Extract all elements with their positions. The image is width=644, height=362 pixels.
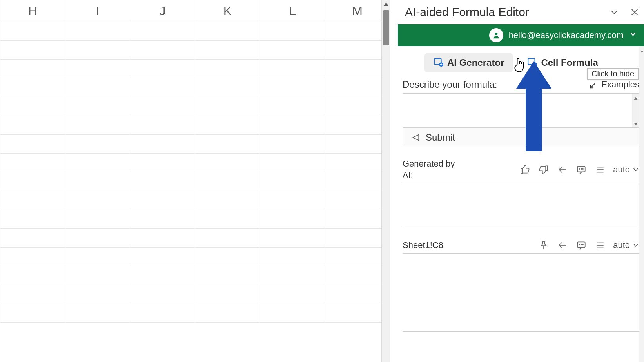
grid-cell[interactable] [0, 60, 65, 78]
examples-link[interactable]: Examples [590, 80, 639, 90]
grid-cell[interactable] [195, 41, 260, 59]
grid-cell[interactable] [260, 41, 325, 59]
grid-cell[interactable] [130, 248, 195, 266]
grid-cell[interactable] [65, 210, 131, 228]
grid-cell[interactable] [325, 210, 390, 228]
thumbs-up-button[interactable] [519, 164, 531, 176]
grid-cell[interactable] [195, 97, 260, 116]
thumbs-down-button[interactable] [538, 164, 550, 176]
grid-cell[interactable] [325, 172, 390, 191]
grid-cell[interactable] [0, 266, 65, 285]
comment-button-2[interactable] [575, 239, 587, 251]
grid-cell[interactable] [65, 285, 131, 304]
grid-cell[interactable] [195, 60, 260, 78]
column-header[interactable]: I [65, 0, 131, 22]
back-arrow-button[interactable] [557, 164, 568, 176]
grid-cell[interactable] [65, 248, 131, 266]
account-chevron-down-icon[interactable] [629, 30, 637, 40]
grid-vertical-scrollbar[interactable] [381, 0, 390, 362]
grid-cell[interactable] [130, 135, 195, 153]
grid-cell[interactable] [130, 229, 195, 247]
grid-cell[interactable] [0, 135, 65, 153]
grid-cell[interactable] [0, 97, 65, 116]
column-header[interactable]: J [130, 0, 195, 22]
grid-cell[interactable] [0, 210, 65, 228]
grid-cell[interactable] [260, 22, 325, 40]
grid-cell[interactable] [130, 22, 195, 40]
grid-cell[interactable] [65, 22, 131, 40]
grid-cell[interactable] [325, 191, 390, 210]
grid-cell[interactable] [0, 191, 65, 210]
list-lines-button-2[interactable] [594, 239, 606, 251]
generated-auto-dropdown[interactable]: auto [613, 165, 639, 175]
grid-cell[interactable] [325, 97, 390, 116]
grid-cell[interactable] [130, 304, 195, 322]
column-header[interactable]: L [260, 0, 325, 22]
textarea-scrollbar[interactable] [632, 94, 639, 127]
grid-cell[interactable] [0, 172, 65, 191]
grid-cell[interactable] [130, 154, 195, 172]
grid-cell[interactable] [195, 210, 260, 228]
grid-cell[interactable] [130, 60, 195, 78]
grid-cell[interactable] [130, 116, 195, 134]
grid-cell[interactable] [195, 191, 260, 210]
column-header[interactable]: M [325, 0, 390, 22]
grid-cell[interactable] [195, 172, 260, 191]
grid-cell[interactable] [195, 285, 260, 304]
grid-cell[interactable] [260, 135, 325, 153]
grid-cell[interactable] [260, 97, 325, 116]
tab-ai-generator[interactable]: AI Generator [424, 53, 513, 72]
grid-cell[interactable] [65, 229, 131, 247]
grid-cell[interactable] [130, 266, 195, 285]
grid-cell[interactable] [130, 41, 195, 59]
grid-cell[interactable] [0, 41, 65, 59]
grid-cell[interactable] [260, 116, 325, 134]
grid-cell[interactable] [325, 22, 390, 40]
grid-cell[interactable] [195, 266, 260, 285]
grid-cell[interactable] [260, 210, 325, 228]
grid-cell[interactable] [260, 229, 325, 247]
grid-cell[interactable] [0, 229, 65, 247]
grid-cell[interactable] [260, 266, 325, 285]
scroll-up-arrow-icon[interactable] [383, 2, 389, 7]
grid-cell[interactable] [325, 78, 390, 97]
grid-cell[interactable] [325, 116, 390, 134]
column-header[interactable]: H [0, 0, 65, 22]
grid-cell[interactable] [65, 116, 131, 134]
grid-cell[interactable] [130, 97, 195, 116]
grid-cell[interactable] [130, 191, 195, 210]
back-arrow-button-2[interactable] [557, 239, 568, 251]
grid-cell[interactable] [260, 154, 325, 172]
panel-scroll-up-icon[interactable] [640, 48, 644, 52]
panel-close-button[interactable] [629, 7, 640, 18]
grid-cell[interactable] [130, 78, 195, 97]
grid-cell[interactable] [0, 78, 65, 97]
grid-cell[interactable] [65, 41, 131, 59]
grid-cell[interactable] [0, 304, 65, 322]
grid-cell[interactable] [195, 78, 260, 97]
pin-button[interactable] [538, 239, 550, 251]
grid-cell[interactable] [130, 285, 195, 304]
grid-cell[interactable] [260, 248, 325, 266]
grid-cell[interactable] [65, 97, 131, 116]
grid-cell[interactable] [195, 22, 260, 40]
grid-cell[interactable] [130, 210, 195, 228]
grid-cell[interactable] [65, 154, 131, 172]
grid-cell[interactable] [0, 116, 65, 134]
grid-cell[interactable] [0, 154, 65, 172]
grid-cell[interactable] [260, 304, 325, 322]
grid-cell[interactable] [65, 78, 131, 97]
spreadsheet-grid[interactable]: HIJKLM [0, 0, 390, 362]
grid-cell[interactable] [130, 172, 195, 191]
grid-cell[interactable] [325, 154, 390, 172]
generated-output-box[interactable] [403, 183, 639, 226]
grid-cell[interactable] [325, 266, 390, 285]
grid-cell[interactable] [260, 172, 325, 191]
grid-cell[interactable] [65, 135, 131, 153]
grid-cell[interactable] [325, 41, 390, 59]
grid-cell[interactable] [325, 285, 390, 304]
grid-cell[interactable] [325, 135, 390, 153]
grid-cell[interactable] [195, 154, 260, 172]
sheet-auto-dropdown[interactable]: auto [613, 240, 639, 250]
grid-cell[interactable] [195, 135, 260, 153]
